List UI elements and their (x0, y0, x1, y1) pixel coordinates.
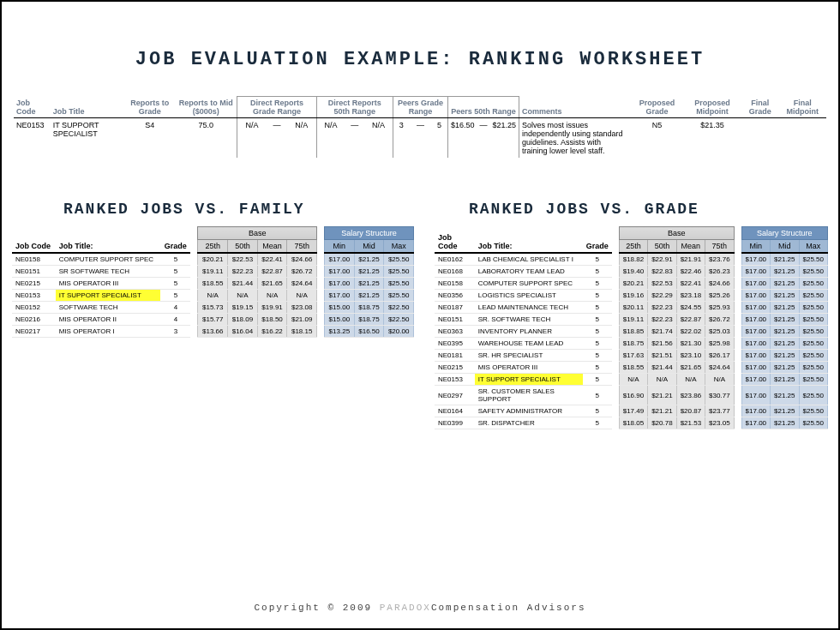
cell-b25: N/A (619, 374, 647, 386)
cell-b25: $17.63 (619, 350, 647, 362)
cell-smin: $17.00 (741, 338, 770, 350)
cell-dr50-max: N/A (364, 118, 393, 159)
cell-b25: $19.11 (619, 314, 647, 326)
cell-b25: $17.49 (619, 405, 647, 417)
cell-smin: $17.00 (325, 266, 355, 278)
cell-b50: $21.21 (648, 405, 676, 417)
cell-bmean: $16.22 (257, 326, 287, 338)
cell-smin: $17.00 (741, 278, 770, 290)
cell-bmean: $21.65 (676, 362, 705, 374)
cell-final-grade (741, 118, 779, 159)
cell-bmean: $22.87 (676, 314, 705, 326)
cell-b50: $21.21 (648, 386, 676, 405)
cell-bmean: $22.41 (676, 278, 705, 290)
cell-smid: $21.25 (771, 278, 799, 290)
table-row: NE0395WAREHOUSE TEAM LEAD5$18.75$21.56$2… (435, 338, 828, 350)
cell-reports-mid: 75.0 (176, 118, 237, 159)
cell-code: NE0363 (435, 326, 475, 338)
footer: Copyright © 2009 PARADOXCompensation Adv… (2, 603, 838, 613)
cell-smid: $21.25 (771, 302, 799, 314)
cell-title: MIS OPERATOR III (475, 362, 583, 374)
cell-b25: $19.16 (619, 290, 647, 302)
cell-b50: $22.23 (228, 266, 258, 278)
cell-bmean: $20.87 (676, 405, 705, 417)
cell-smid: $21.25 (354, 290, 384, 302)
cell-smax: $25.50 (799, 314, 827, 326)
cell-bmean: $23.86 (676, 386, 705, 405)
cell-smin: $17.00 (741, 350, 770, 362)
cell-b75: $24.64 (287, 278, 317, 290)
hdr-dr-grade-range: Direct Reports Grade Range (237, 97, 316, 118)
cell-smid: $21.25 (771, 374, 799, 386)
hdr-dr-50-range: Direct Reports 50th Range (316, 97, 393, 118)
cell-smid: $16.50 (354, 326, 384, 338)
cell-grade: 4 (160, 302, 190, 314)
table-row: NE0151SR SOFTWARE TECH5$19.11$22.23$22.8… (12, 266, 413, 278)
cell-smin: $13.25 (325, 326, 355, 338)
cell-title: SR SOFTWARE TECH (56, 266, 161, 278)
cell-b25: $20.11 (619, 302, 647, 314)
cell-bmean: $18.50 (257, 314, 287, 326)
gh-code: Job Code (435, 227, 475, 254)
cell-code: NE0181 (435, 350, 475, 362)
cell-b75: $25.03 (705, 326, 734, 338)
table-row: NE0356LOGISTICS SPECIALIST5$19.16$22.29$… (435, 290, 828, 302)
table-row: NE0162LAB CHEMICAL SPECIALIST I5$18.82$2… (435, 253, 828, 266)
cell-b25: $18.55 (198, 278, 228, 290)
cell-code: NE0152 (12, 302, 56, 314)
cell-reports-grade: S4 (124, 118, 176, 159)
hdr-peers-grade-range: Peers Grade Range (393, 97, 447, 118)
cell-b75: $26.17 (705, 350, 734, 362)
cell-grade: 5 (160, 278, 190, 290)
cell-smid: $21.25 (771, 350, 799, 362)
family-title: RANKED JOBS VS. FAMILY (63, 201, 414, 218)
cell-b25: $13.66 (198, 326, 228, 338)
cell-b75: $24.64 (705, 362, 734, 374)
table-row: NE0215MIS OPERATOR III5$18.55$21.44$21.6… (435, 362, 828, 374)
fh-75: 75th (287, 240, 317, 254)
cell-grade: 5 (583, 338, 612, 350)
cell-peer50-min: $16.50 (447, 118, 477, 159)
fh-code: Job Code (12, 227, 56, 254)
fh-sal: Salary Structure (325, 227, 414, 240)
cell-peer50-max: $21.25 (489, 118, 519, 159)
hdr-reports-grade: Reports to Grade (124, 97, 176, 118)
cell-grade: 5 (583, 386, 612, 405)
cell-b75: $25.26 (705, 290, 734, 302)
cell-b50: $22.29 (648, 290, 676, 302)
cell-bmean: $21.30 (676, 338, 705, 350)
table-row: NE0181SR. HR SPECIALIST5$17.63$21.51$23.… (435, 350, 828, 362)
fh-title: Job Title: (56, 227, 161, 254)
cell-grade: 5 (583, 302, 612, 314)
cell-dash: — (345, 118, 364, 159)
cell-grade: 5 (583, 326, 612, 338)
cell-smin: $17.00 (325, 290, 355, 302)
cell-b75: $23.76 (705, 253, 734, 266)
cell-smin: $17.00 (741, 326, 770, 338)
cell-title: LABORATORY TEAM LEAD (475, 266, 583, 278)
cell-code: NE0399 (435, 417, 475, 429)
cell-smin: $15.00 (325, 314, 355, 326)
cell-jobcode: NE0153 (14, 118, 51, 159)
cell-bmean: $24.55 (676, 302, 705, 314)
cell-dr-max: N/A (287, 118, 316, 159)
cell-b25: $18.75 (619, 338, 647, 350)
cell-code: NE0164 (435, 405, 475, 417)
hdr-final-mid: Final Midpoint (779, 97, 826, 118)
table-row: NE0215MIS OPERATOR III5$18.55$21.44$21.6… (12, 278, 413, 290)
cell-b25: $15.77 (198, 314, 228, 326)
cell-b50: $19.15 (228, 302, 258, 314)
cell-smid: $21.25 (354, 253, 384, 266)
family-table: Job Code Job Title: Grade Base Salary St… (12, 226, 414, 338)
cell-code: NE0151 (12, 266, 56, 278)
cell-code: NE0153 (12, 290, 56, 302)
cell-bmean: $23.18 (676, 290, 705, 302)
cell-b25: $18.85 (619, 326, 647, 338)
cell-smax: $25.50 (799, 374, 827, 386)
cell-title: SOFTWARE TECH (56, 302, 161, 314)
table-row: NE0216MIS OPERATOR II4$15.77$18.09$18.50… (12, 314, 413, 326)
cell-code: NE0168 (435, 266, 475, 278)
cell-b25: N/A (198, 290, 228, 302)
cell-smax: $25.50 (799, 386, 827, 405)
cell-b50: N/A (648, 374, 676, 386)
